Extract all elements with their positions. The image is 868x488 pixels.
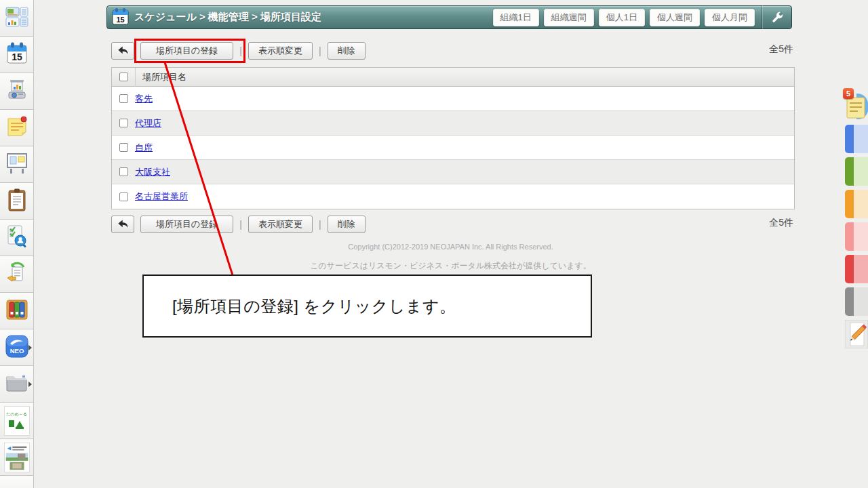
survey-icon [5,224,28,251]
row-checkbox[interactable] [119,192,128,201]
table-row: 大阪支社 [112,160,794,184]
sidebar-item-facility[interactable] [0,73,33,110]
item-count-bottom: 全5件 [739,217,793,229]
sidebar-item-more[interactable] [0,476,33,488]
banner-tanomeru-icon: たのめ～る [4,406,30,436]
callout-text: [場所項目の登録] をクリックします。 [172,296,456,317]
item-count-top: 全5件 [739,43,793,56]
row-checkbox[interactable] [119,167,128,176]
row-checkbox[interactable] [119,119,128,127]
copyright-text: Copyright (C)2012-2019 NEOJAPAN Inc. All… [106,243,795,251]
column-header-place-name: 場所項目名 [142,71,186,83]
place-item-link[interactable]: 大阪支社 [135,166,170,178]
back-button-bottom[interactable] [111,216,134,233]
neo-label: NEO [9,347,24,354]
right-sidebar: 5 [843,89,868,355]
place-item-link[interactable]: 代理店 [135,117,161,129]
right-label-pink[interactable] [845,222,868,251]
sidebar-item-banner-ad[interactable] [0,439,33,476]
register-place-item-button-bottom[interactable]: 場所項目の登録 [140,216,233,233]
right-label-red[interactable] [845,255,868,283]
toolbar-separator: | [319,219,321,230]
row-checkbox[interactable] [119,143,128,152]
portal-icon [5,6,28,30]
folder-icon [5,373,29,396]
sidebar-item-folder[interactable] [0,366,33,403]
sidebar-item-memo[interactable] [0,110,33,146]
pencil-icon [845,320,868,348]
delete-button-bottom[interactable]: 削除 [328,216,366,233]
bulletin-icon [5,152,28,178]
toolbar-bottom: 場所項目の登録 | 表示順変更 | 削除 [111,215,372,233]
header-calendar-day: 15 [116,15,124,23]
sidebar-item-portal[interactable] [0,0,33,37]
select-all-checkbox[interactable] [119,73,128,81]
back-arrow-icon [117,44,130,57]
row-checkbox[interactable] [119,94,128,103]
right-label-green[interactable] [845,157,868,186]
view-button-personal-week[interactable]: 個人週間 [650,9,700,26]
delete-button[interactable]: 削除 [328,42,366,60]
view-button-org-week[interactable]: 組織週間 [544,9,594,26]
flyout-arrow-icon [28,382,32,387]
left-sidebar: 15 [0,0,34,488]
sidebar-item-survey[interactable] [0,220,33,256]
table-row: 客先 [112,87,794,111]
banner-tanomeru-label: たのめ～る [6,411,27,418]
notice-badge: 5 [843,88,854,99]
cabinet-icon [5,299,28,323]
toolbar-top: 場所項目の登録 | 表示順変更 | 削除 [111,41,372,60]
table-body: 客先 代理店 自席 大阪支社 名古屋営業所 [112,87,794,209]
view-button-personal-1day[interactable]: 個人1日 [599,9,645,26]
toolbar-separator: | [239,45,242,56]
back-button[interactable] [111,42,134,60]
sidebar-item-schedule[interactable]: 15 [0,37,33,73]
sidebar-item-circular[interactable] [0,183,33,220]
workflow-icon [5,262,28,287]
callout-box: [場所項目の登録] をクリックします。 [142,274,592,338]
view-button-personal-month[interactable]: 個人月間 [705,9,755,26]
place-item-link[interactable]: 自席 [135,142,153,154]
right-label-gray[interactable] [845,287,868,316]
view-button-org-1day[interactable]: 組織1日 [493,9,539,26]
table-row: 自席 [112,136,794,160]
wrench-icon [770,10,785,25]
sidebar-item-neo[interactable]: NEO [0,329,33,366]
place-item-table: 場所項目名 客先 代理店 自席 大阪支社 名古屋営業所 [111,67,795,209]
right-item-notice[interactable]: 5 [843,89,868,121]
reorder-button-bottom[interactable]: 表示順変更 [248,216,313,233]
sidebar-calendar-day: 15 [12,52,22,62]
back-arrow-icon [117,218,130,230]
sidebar-item-banner-tanomeru[interactable]: たのめ～る [0,403,33,439]
register-place-item-button[interactable]: 場所項目の登録 [140,42,233,60]
flyout-arrow-icon [28,345,32,350]
sidebar-item-cabinet[interactable] [0,293,33,329]
place-item-link[interactable]: 客先 [135,93,153,105]
sidebar-item-bulletin[interactable] [0,146,33,183]
right-label-blue[interactable] [845,125,868,153]
facility-icon [5,79,28,104]
toolbar-separator: | [319,45,321,56]
table-header-row: 場所項目名 [112,68,794,87]
banner-ad-icon [4,443,30,472]
schedule-icon: 15 [5,41,28,68]
reorder-button[interactable]: 表示順変更 [248,42,313,60]
table-row: 代理店 [112,111,794,136]
table-row: 名古屋営業所 [112,184,794,209]
app-header-bar: 15 スケジュール > 機能管理 > 場所項目設定 組織1日 組織週間 個人1日… [106,5,792,29]
settings-button[interactable] [763,6,791,28]
right-item-edit[interactable] [843,320,868,351]
place-item-link[interactable]: 名古屋営業所 [135,190,188,203]
toolbar-separator: | [239,219,242,230]
memo-icon [5,115,28,141]
provider-text: このサービスはリスモン・ビジネス・ポータル株式会社が提供しています。 [106,260,795,272]
sidebar-item-workflow[interactable] [0,256,33,293]
right-label-orange[interactable] [845,190,868,218]
circular-icon [6,188,28,215]
neo-launcher-icon: NEO [5,334,29,361]
breadcrumb: スケジュール > 機能管理 > 場所項目設定 [134,11,321,24]
schedule-app-icon: 15 [112,7,129,28]
column-divider [135,68,136,87]
